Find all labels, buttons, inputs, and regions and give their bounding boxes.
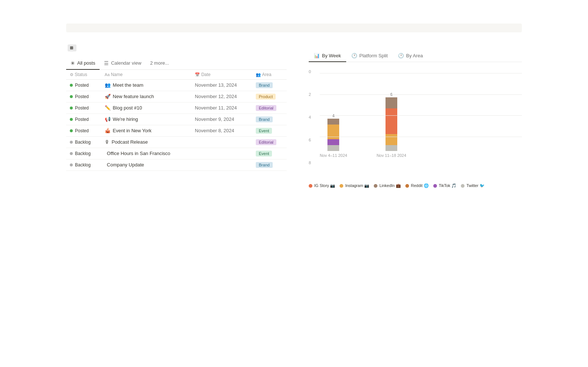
date-cell-3: November 9, 2024 bbox=[191, 114, 252, 125]
page-container: ⊞ ✳ All posts ☰ Calendar view 2 more... bbox=[37, 0, 551, 203]
tip-box bbox=[66, 24, 522, 32]
legend-item-0: IG Story 📷 bbox=[309, 183, 335, 188]
status-dot bbox=[70, 163, 73, 166]
tab-by-week[interactable]: 📊 By Week bbox=[309, 50, 346, 62]
bar-group-0: 4Nov 4–11 2024 bbox=[320, 114, 347, 158]
legend-label: TikTok 🎵 bbox=[439, 183, 456, 188]
legend-label: LinkedIn 💼 bbox=[379, 183, 401, 188]
table-row[interactable]: Posted 📢 We're hiring November 9, 2024Br… bbox=[66, 114, 287, 125]
area-cell-2: Editorial bbox=[252, 102, 287, 114]
legend-dot bbox=[374, 184, 377, 188]
table-row[interactable]: Backlog Office Hours in San Francisco Ev… bbox=[66, 148, 287, 159]
legend-label: Twitter 🐦 bbox=[466, 183, 484, 188]
date-cell-6 bbox=[191, 148, 252, 159]
row-date: November 11, 2024 bbox=[195, 105, 237, 111]
table-row[interactable]: Posted ✏️ Blog post #10 November 11, 202… bbox=[66, 102, 287, 114]
row-name: Podcast Release bbox=[112, 139, 148, 145]
tab-all-posts[interactable]: ✳ All posts bbox=[66, 57, 100, 70]
tab-more-label: 2 more... bbox=[150, 60, 169, 66]
name-col-icon: Aa bbox=[105, 72, 110, 77]
tab-by-area[interactable]: 🕐 By Area bbox=[393, 50, 428, 62]
col-area: 👥 Area bbox=[252, 70, 287, 80]
table-row[interactable]: Backlog 🎙 Podcast Release Editorial bbox=[66, 136, 287, 148]
status-label: Posted bbox=[75, 83, 89, 88]
y-label-2: 2 bbox=[309, 92, 318, 97]
tab-platform-split[interactable]: 🕐 Platform Split bbox=[346, 50, 393, 62]
area-cell-0: Brand bbox=[252, 79, 287, 91]
x-label-1: Nov 11–18 2024 bbox=[377, 153, 406, 158]
status-label: Posted bbox=[75, 94, 89, 99]
status-col-icon: ⚙ bbox=[70, 72, 74, 77]
row-date: November 8, 2024 bbox=[195, 128, 234, 133]
area-cell-7: Brand bbox=[252, 159, 287, 170]
chart-tabs-row: 📊 By Week 🕐 Platform Split 🕐 By Area bbox=[309, 50, 522, 62]
legend-label: IG Story 📷 bbox=[314, 183, 335, 188]
status-cell-4: Posted bbox=[66, 125, 101, 136]
tab-calendar-view[interactable]: ☰ Calendar view bbox=[100, 57, 146, 70]
status-label: Posted bbox=[75, 117, 89, 122]
table-header: ⚙ Status Aa Name 📅 Date 👥 Area bbox=[66, 70, 287, 80]
open-badge: ⊞ bbox=[68, 44, 76, 51]
bar-total-label: 4 bbox=[332, 114, 334, 118]
bar-stack-1 bbox=[386, 97, 397, 151]
row-emoji: 👥 bbox=[105, 82, 111, 88]
right-panel: 📊 By Week 🕐 Platform Split 🕐 By Area 8 6 bbox=[309, 44, 522, 188]
col-name: Aa Name bbox=[101, 70, 191, 80]
area-badge: Event bbox=[256, 151, 272, 156]
row-date: November 12, 2024 bbox=[195, 94, 237, 99]
y-label-0: 0 bbox=[309, 69, 318, 74]
status-dot bbox=[70, 118, 73, 121]
date-cell-0: November 13, 2024 bbox=[191, 79, 252, 91]
chart-bars-area: 4Nov 4–11 20246Nov 11–18 2024 bbox=[320, 73, 522, 169]
status-label: Backlog bbox=[75, 140, 91, 145]
tab-all-posts-label: All posts bbox=[77, 60, 95, 66]
name-cell-0: 👥 Meet the team bbox=[101, 79, 191, 91]
bar-segment-0-2 bbox=[327, 125, 339, 139]
x-label-0: Nov 4–11 2024 bbox=[320, 153, 347, 158]
tab-calendar-icon: ☰ bbox=[104, 60, 109, 66]
row-name: New feature launch bbox=[113, 94, 154, 99]
bar-segment-1-1 bbox=[386, 134, 397, 145]
date-cell-5 bbox=[191, 136, 252, 148]
status-label: Posted bbox=[75, 128, 89, 133]
y-label-4: 4 bbox=[309, 115, 318, 119]
table-body: Posted 👥 Meet the team November 13, 2024… bbox=[66, 79, 287, 170]
row-date: November 9, 2024 bbox=[195, 116, 234, 122]
row-emoji: 📢 bbox=[105, 116, 111, 122]
legend-item-3: Reddit 🌐 bbox=[405, 183, 429, 188]
status-dot bbox=[70, 152, 73, 155]
posts-table: ⚙ Status Aa Name 📅 Date 👥 Area bbox=[66, 70, 287, 171]
date-cell-2: November 11, 2024 bbox=[191, 102, 252, 114]
name-cell-2: ✏️ Blog post #10 bbox=[101, 102, 191, 114]
area-badge: Editorial bbox=[256, 139, 276, 145]
date-cell-4: November 8, 2024 bbox=[191, 125, 252, 136]
area-badge: Event bbox=[256, 128, 272, 134]
row-name: We're hiring bbox=[113, 116, 138, 122]
open-badge-icon: ⊞ bbox=[70, 45, 73, 51]
row-emoji: 🎙 bbox=[105, 139, 110, 145]
area-cell-5: Editorial bbox=[252, 136, 287, 148]
row-name: Event in New York bbox=[113, 128, 152, 133]
tab-calendar-label: Calendar view bbox=[111, 60, 141, 66]
chart-container: 8 6 4 2 0 4Nov 4–11 20246Nov 11–18 2024 bbox=[309, 69, 522, 180]
status-cell-6: Backlog bbox=[66, 148, 101, 159]
date-col-icon: 📅 bbox=[195, 72, 200, 77]
status-dot bbox=[70, 129, 73, 132]
table-row[interactable]: Backlog Company Update Brand bbox=[66, 159, 287, 170]
name-cell-6: Office Hours in San Francisco bbox=[101, 148, 191, 159]
name-cell-7: Company Update bbox=[101, 159, 191, 170]
table-row[interactable]: Posted 🚀 New feature launch November 12,… bbox=[66, 91, 287, 102]
table-row[interactable]: Posted 👥 Meet the team November 13, 2024… bbox=[66, 79, 287, 91]
bar-segment-1-2 bbox=[386, 108, 397, 134]
status-dot bbox=[70, 107, 73, 109]
bar-total-label: 6 bbox=[390, 92, 392, 97]
status-dot bbox=[70, 95, 73, 98]
table-row[interactable]: Posted 🎪 Event in New York November 8, 2… bbox=[66, 125, 287, 136]
by-week-icon: 📊 bbox=[314, 53, 320, 58]
area-badge: Brand bbox=[256, 162, 272, 168]
tab-more[interactable]: 2 more... bbox=[146, 57, 173, 69]
legend-item-2: LinkedIn 💼 bbox=[374, 183, 401, 188]
status-cell-3: Posted bbox=[66, 114, 101, 125]
name-cell-1: 🚀 New feature launch bbox=[101, 91, 191, 102]
col-status: ⚙ Status bbox=[66, 70, 101, 80]
